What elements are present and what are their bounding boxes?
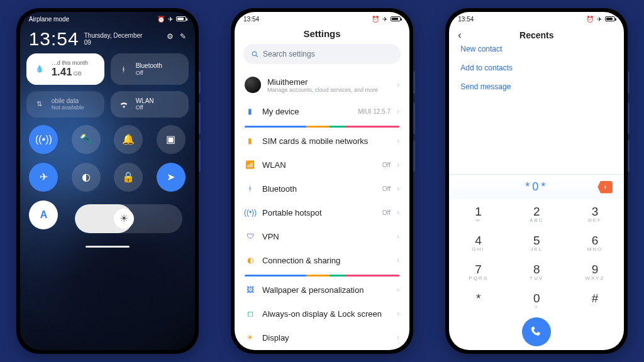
lock-toggle[interactable]: 🔒: [114, 163, 143, 192]
account-row[interactable]: Miuithemer Manage accounts, cloud servic…: [235, 70, 409, 99]
screenshot-toggle[interactable]: ▣: [157, 125, 186, 154]
airplane-icon: ✈: [597, 16, 602, 23]
cs-icon: ◐: [245, 255, 256, 266]
data-caption: …d this month: [52, 60, 88, 66]
airplane-mode-label: Airplane mode: [29, 16, 69, 23]
key-#[interactable]: #: [566, 286, 625, 315]
key-2[interactable]: 2ABC: [508, 199, 566, 228]
disp-icon: ☀: [245, 332, 256, 343]
phone-icon: ▮: [245, 106, 256, 117]
key-7[interactable]: 7PQRS: [449, 257, 508, 286]
settings-row[interactable]: 🖼Wallpaper & personalization›: [235, 278, 409, 302]
svg-point-0: [252, 52, 257, 56]
chevron-right-icon: ›: [397, 107, 399, 116]
bluetooth-tile[interactable]: ᚼ Bluetooth Off: [111, 53, 189, 85]
settings-row[interactable]: ᚼBluetoothOff›: [235, 177, 409, 200]
chevron-right-icon: ›: [397, 160, 399, 169]
alarm-icon: ⏰: [157, 16, 165, 23]
swap-icon: ⇅: [33, 97, 47, 111]
page-title: Settings: [235, 26, 409, 44]
vibrate-toggle[interactable]: ((•)): [29, 125, 58, 154]
key-0[interactable]: 0+: [508, 286, 566, 315]
hs-icon: ((•)): [245, 207, 256, 218]
chevron-right-icon: ›: [397, 208, 399, 217]
settings-row[interactable]: ▮SIM cards & mobile networks›: [235, 129, 409, 153]
key-*[interactable]: *: [449, 286, 508, 315]
battery-icon: [605, 16, 615, 21]
brightness-icon: ☀: [119, 212, 128, 224]
airplane-icon: ✈: [382, 16, 387, 23]
sim-icon: ▮: [245, 135, 256, 146]
key-1[interactable]: 1∞: [449, 199, 508, 228]
settings-row[interactable]: ◻Always-on display & Lock screen›: [235, 302, 409, 326]
bt-icon: ᚼ: [245, 183, 256, 194]
clock-date: 09: [84, 39, 143, 46]
back-button[interactable]: ‹: [458, 30, 461, 41]
flashlight-toggle[interactable]: 🔦: [72, 125, 101, 154]
settings-row[interactable]: ((•))Portable hotspotOff›: [235, 200, 409, 224]
droplet-icon: 💧: [33, 62, 47, 76]
chevron-right-icon: ›: [397, 309, 399, 318]
chevron-right-icon: ›: [397, 256, 399, 265]
chevron-right-icon: ›: [397, 232, 399, 241]
chevron-right-icon: ›: [397, 184, 399, 193]
vpn-icon: 🛡: [245, 231, 256, 242]
dial-entry: *0*: [525, 180, 548, 194]
auto-brightness-toggle[interactable]: A: [29, 200, 58, 229]
wlan-tile[interactable]: WLAN Off: [111, 91, 189, 118]
settings-row[interactable]: ◐Connection & sharing›: [235, 248, 409, 272]
clock-time: 13:54: [29, 28, 79, 50]
alarm-icon: ⏰: [372, 16, 379, 23]
dnd-toggle[interactable]: 🔔: [114, 125, 143, 154]
key-5[interactable]: 5JKL: [508, 228, 566, 257]
chevron-right-icon: ›: [397, 80, 399, 89]
settings-row[interactable]: 🛡VPN›: [235, 224, 409, 248]
wifi-icon: [117, 97, 131, 111]
mobile-data-tile[interactable]: ⇅ obile data Not available: [26, 91, 104, 118]
clock-day: Thursday, December: [84, 32, 143, 39]
bluetooth-icon: ᚼ: [117, 62, 131, 76]
airplane-icon: ✈: [168, 16, 173, 23]
my-device-row[interactable]: ▮ My device MIUI 12.5.7 ›: [235, 99, 409, 123]
status-time: 13:54: [458, 16, 474, 23]
dialer-menu-item[interactable]: Send message: [460, 82, 613, 91]
backspace-button[interactable]: ‹: [597, 181, 613, 194]
chevron-right-icon: ›: [397, 333, 399, 342]
settings-row[interactable]: ☀Display›: [235, 326, 409, 349]
data-value: 1.41: [52, 66, 72, 78]
avatar-icon: [245, 77, 261, 93]
key-3[interactable]: 3DEF: [566, 199, 625, 228]
section-divider: [245, 126, 399, 128]
dialer-menu-item[interactable]: Add to contacts: [460, 63, 613, 72]
status-time: 13:54: [243, 16, 259, 23]
battery-icon: [391, 16, 401, 21]
key-9[interactable]: 9WXYZ: [566, 257, 625, 286]
settings-shortcut-icon[interactable]: ⚙: [167, 32, 174, 41]
dark-mode-toggle[interactable]: ◐: [72, 163, 101, 192]
wlan-icon: 📶: [245, 159, 256, 170]
brightness-slider[interactable]: ☀: [75, 204, 182, 233]
key-8[interactable]: 8TUV: [508, 257, 566, 286]
search-placeholder: Search settings: [263, 50, 315, 58]
svg-line-1: [256, 55, 258, 57]
dialer-menu-item[interactable]: New contact: [460, 45, 613, 53]
page-title: Recents: [519, 30, 553, 40]
edit-tiles-icon[interactable]: ✎: [180, 32, 186, 41]
wp-icon: 🖼: [245, 284, 256, 295]
call-button[interactable]: [522, 317, 551, 346]
phone-icon: [530, 326, 543, 338]
key-4[interactable]: 4GHI: [449, 228, 508, 257]
chevron-right-icon: ›: [397, 285, 399, 294]
section-divider: [245, 275, 399, 277]
home-indicator[interactable]: [86, 246, 130, 248]
battery-icon: [176, 16, 186, 21]
airplane-toggle[interactable]: ✈: [29, 163, 58, 192]
chevron-right-icon: ›: [397, 136, 399, 145]
location-toggle[interactable]: ➤: [157, 163, 186, 192]
alarm-icon: ⏰: [586, 16, 594, 23]
aod-icon: ◻: [245, 308, 256, 319]
settings-row[interactable]: 📶WLANOff›: [235, 153, 409, 177]
key-6[interactable]: 6MNO: [566, 228, 625, 257]
search-input[interactable]: Search settings: [243, 44, 401, 64]
data-usage-tile[interactable]: 💧 …d this month 1.41GB: [26, 53, 104, 85]
